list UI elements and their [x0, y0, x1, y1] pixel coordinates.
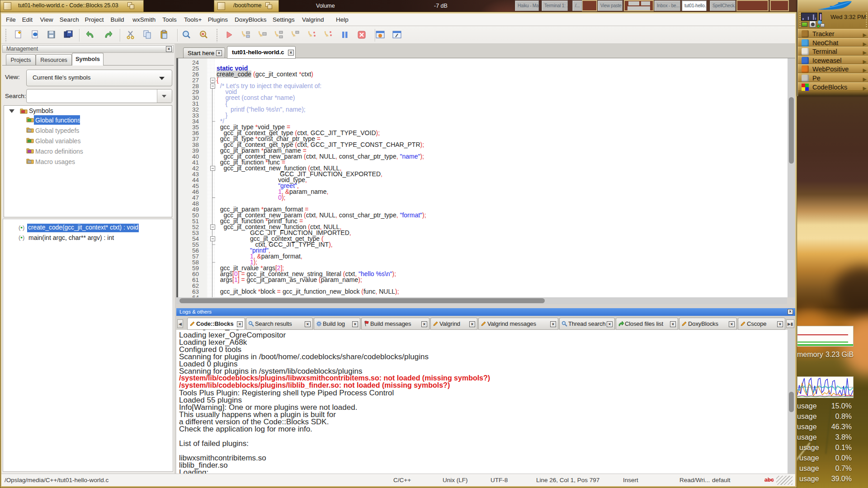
svg-text:R: R — [202, 32, 204, 36]
